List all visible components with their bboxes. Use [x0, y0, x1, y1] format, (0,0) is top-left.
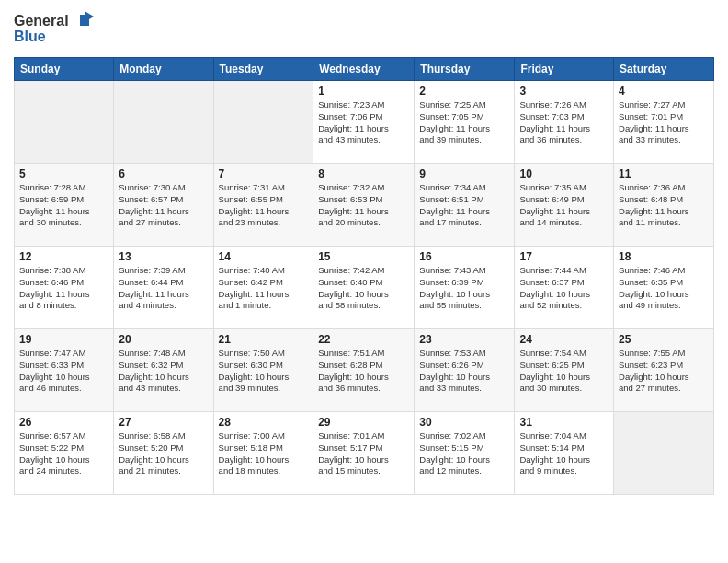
day-number: 20 [119, 333, 208, 346]
day-info: Sunrise: 7:31 AMSunset: 6:55 PMDaylight:… [219, 182, 309, 229]
calendar-cell: 28Sunrise: 7:00 AMSunset: 5:18 PMDayligh… [213, 412, 313, 495]
calendar-cell: 26Sunrise: 6:57 AMSunset: 5:22 PMDayligh… [15, 412, 114, 495]
day-number: 1 [318, 85, 409, 98]
calendar-cell: 20Sunrise: 7:48 AMSunset: 6:32 PMDayligh… [114, 329, 213, 412]
calendar: SundayMondayTuesdayWednesdayThursdayFrid… [14, 57, 714, 495]
day-number: 19 [19, 333, 108, 346]
svg-text:General: General [14, 13, 69, 29]
day-info: Sunrise: 7:00 AMSunset: 5:18 PMDaylight:… [219, 431, 309, 477]
calendar-cell: 4Sunrise: 7:27 AMSunset: 7:01 PMDaylight… [614, 81, 714, 164]
weekday-tuesday: Tuesday [213, 58, 313, 81]
day-info: Sunrise: 7:43 AMSunset: 6:39 PMDaylight:… [419, 265, 509, 312]
weekday-friday: Friday [515, 58, 614, 81]
calendar-cell: 13Sunrise: 7:39 AMSunset: 6:44 PMDayligh… [114, 247, 213, 329]
calendar-cell: 14Sunrise: 7:40 AMSunset: 6:42 PMDayligh… [213, 247, 313, 329]
day-info: Sunrise: 7:42 AMSunset: 6:40 PMDaylight:… [318, 265, 409, 312]
day-info: Sunrise: 7:35 AMSunset: 6:49 PMDaylight:… [519, 182, 609, 229]
day-info: Sunrise: 7:39 AMSunset: 6:44 PMDaylight:… [119, 265, 208, 312]
day-number: 7 [219, 167, 309, 180]
day-number: 14 [219, 250, 309, 263]
calendar-cell: 5Sunrise: 7:28 AMSunset: 6:59 PMDaylight… [15, 164, 114, 247]
day-info: Sunrise: 7:36 AMSunset: 6:48 PMDaylight:… [619, 182, 709, 229]
calendar-cell [114, 81, 213, 164]
weekday-wednesday: Wednesday [313, 58, 415, 81]
day-number: 4 [619, 85, 709, 98]
calendar-cell: 25Sunrise: 7:55 AMSunset: 6:23 PMDayligh… [614, 329, 714, 412]
day-info: Sunrise: 7:44 AMSunset: 6:37 PMDaylight:… [519, 265, 609, 312]
weekday-sunday: Sunday [15, 58, 114, 81]
day-number: 11 [619, 167, 709, 180]
day-info: Sunrise: 7:32 AMSunset: 6:53 PMDaylight:… [318, 182, 409, 229]
calendar-cell: 17Sunrise: 7:44 AMSunset: 6:37 PMDayligh… [515, 247, 614, 329]
page: General Blue SundayMondayTuesdayWednesda… [0, 0, 728, 509]
week-row-5: 26Sunrise: 6:57 AMSunset: 5:22 PMDayligh… [15, 412, 714, 495]
calendar-cell: 6Sunrise: 7:30 AMSunset: 6:57 PMDaylight… [114, 164, 213, 247]
calendar-cell: 31Sunrise: 7:04 AMSunset: 5:14 PMDayligh… [515, 412, 614, 495]
day-number: 25 [619, 333, 709, 346]
day-info: Sunrise: 6:58 AMSunset: 5:20 PMDaylight:… [119, 431, 208, 477]
day-number: 29 [318, 416, 409, 429]
logo: General Blue [14, 9, 97, 50]
header: General Blue [14, 9, 714, 50]
weekday-monday: Monday [114, 58, 213, 81]
day-info: Sunrise: 7:30 AMSunset: 6:57 PMDaylight:… [119, 182, 208, 229]
day-info: Sunrise: 7:53 AMSunset: 6:26 PMDaylight:… [419, 348, 509, 395]
day-info: Sunrise: 7:04 AMSunset: 5:14 PMDaylight:… [519, 431, 609, 477]
weekday-thursday: Thursday [415, 58, 515, 81]
weekday-header-row: SundayMondayTuesdayWednesdayThursdayFrid… [15, 58, 714, 81]
calendar-cell: 1Sunrise: 7:23 AMSunset: 7:06 PMDaylight… [313, 81, 415, 164]
day-number: 21 [219, 333, 309, 346]
day-number: 17 [519, 250, 609, 263]
day-number: 18 [619, 250, 709, 263]
day-number: 3 [519, 85, 609, 98]
day-info: Sunrise: 7:02 AMSunset: 5:15 PMDaylight:… [419, 431, 509, 477]
svg-text:Blue: Blue [14, 29, 46, 44]
day-info: Sunrise: 7:28 AMSunset: 6:59 PMDaylight:… [19, 182, 108, 229]
calendar-cell: 19Sunrise: 7:47 AMSunset: 6:33 PMDayligh… [15, 329, 114, 412]
day-info: Sunrise: 7:50 AMSunset: 6:30 PMDaylight:… [219, 348, 309, 395]
logo-svg: General Blue [14, 9, 97, 46]
day-info: Sunrise: 7:47 AMSunset: 6:33 PMDaylight:… [19, 348, 108, 395]
day-info: Sunrise: 7:54 AMSunset: 6:25 PMDaylight:… [519, 348, 609, 395]
calendar-cell: 9Sunrise: 7:34 AMSunset: 6:51 PMDaylight… [415, 164, 515, 247]
logo-area: General Blue [14, 9, 97, 50]
day-number: 31 [519, 416, 609, 429]
day-number: 13 [119, 250, 208, 263]
day-number: 30 [419, 416, 509, 429]
day-info: Sunrise: 7:48 AMSunset: 6:32 PMDaylight:… [119, 348, 208, 395]
day-info: Sunrise: 7:27 AMSunset: 7:01 PMDaylight:… [619, 99, 709, 146]
week-row-4: 19Sunrise: 7:47 AMSunset: 6:33 PMDayligh… [15, 329, 714, 412]
day-info: Sunrise: 7:38 AMSunset: 6:46 PMDaylight:… [19, 265, 108, 312]
day-number: 2 [419, 85, 509, 98]
day-number: 9 [419, 167, 509, 180]
calendar-cell: 18Sunrise: 7:46 AMSunset: 6:35 PMDayligh… [614, 247, 714, 329]
calendar-cell: 3Sunrise: 7:26 AMSunset: 7:03 PMDaylight… [515, 81, 614, 164]
calendar-cell: 10Sunrise: 7:35 AMSunset: 6:49 PMDayligh… [515, 164, 614, 247]
day-info: Sunrise: 7:34 AMSunset: 6:51 PMDaylight:… [419, 182, 509, 229]
day-number: 22 [318, 333, 409, 346]
calendar-cell: 8Sunrise: 7:32 AMSunset: 6:53 PMDaylight… [313, 164, 415, 247]
week-row-1: 1Sunrise: 7:23 AMSunset: 7:06 PMDaylight… [15, 81, 714, 164]
calendar-cell: 23Sunrise: 7:53 AMSunset: 6:26 PMDayligh… [415, 329, 515, 412]
day-number: 23 [419, 333, 509, 346]
calendar-cell: 15Sunrise: 7:42 AMSunset: 6:40 PMDayligh… [313, 247, 415, 329]
calendar-cell [614, 412, 714, 495]
calendar-cell [213, 81, 313, 164]
day-info: Sunrise: 6:57 AMSunset: 5:22 PMDaylight:… [19, 431, 108, 477]
week-row-3: 12Sunrise: 7:38 AMSunset: 6:46 PMDayligh… [15, 247, 714, 329]
day-info: Sunrise: 7:23 AMSunset: 7:06 PMDaylight:… [318, 99, 409, 146]
day-number: 15 [318, 250, 409, 263]
calendar-cell: 11Sunrise: 7:36 AMSunset: 6:48 PMDayligh… [614, 164, 714, 247]
calendar-cell: 2Sunrise: 7:25 AMSunset: 7:05 PMDaylight… [415, 81, 515, 164]
day-number: 10 [519, 167, 609, 180]
calendar-cell: 27Sunrise: 6:58 AMSunset: 5:20 PMDayligh… [114, 412, 213, 495]
calendar-cell: 7Sunrise: 7:31 AMSunset: 6:55 PMDaylight… [213, 164, 313, 247]
day-number: 24 [519, 333, 609, 346]
calendar-cell: 16Sunrise: 7:43 AMSunset: 6:39 PMDayligh… [415, 247, 515, 329]
day-info: Sunrise: 7:26 AMSunset: 7:03 PMDaylight:… [519, 99, 609, 146]
calendar-cell: 24Sunrise: 7:54 AMSunset: 6:25 PMDayligh… [515, 329, 614, 412]
calendar-cell [15, 81, 114, 164]
day-info: Sunrise: 7:55 AMSunset: 6:23 PMDaylight:… [619, 348, 709, 395]
day-number: 12 [19, 250, 108, 263]
day-info: Sunrise: 7:25 AMSunset: 7:05 PMDaylight:… [419, 99, 509, 146]
